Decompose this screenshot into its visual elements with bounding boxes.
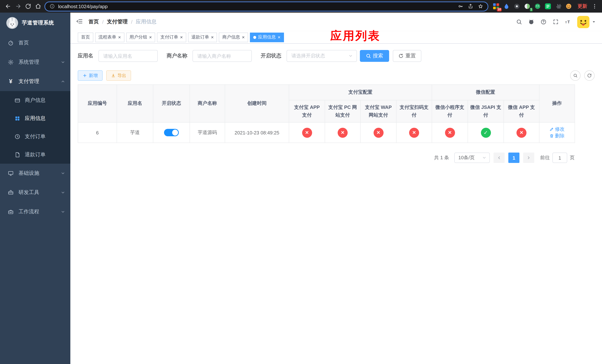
merchant-name-label: 商户名称 — [167, 53, 187, 59]
close-icon[interactable]: × — [180, 35, 183, 40]
refresh-table-button[interactable] — [584, 70, 595, 81]
site-info-icon[interactable] — [50, 4, 55, 9]
sidebar-item-label: 首页 — [19, 40, 29, 46]
sidebar-item-infra[interactable]: 基础设施 — [0, 164, 70, 183]
app-name-input[interactable] — [98, 50, 158, 62]
chevron-down-icon — [61, 60, 65, 64]
sidebar-item-devtools[interactable]: 研发工具 — [0, 183, 70, 202]
extension-avatar-icon[interactable]: 1 — [523, 2, 531, 10]
password-key-icon[interactable] — [458, 4, 463, 9]
share-icon[interactable] — [468, 4, 473, 9]
page-size-select[interactable]: 10条/页 — [454, 153, 490, 163]
sidebar-item-workflow[interactable]: 工作流程 — [0, 202, 70, 221]
forward-icon[interactable] — [13, 1, 23, 11]
reload-icon[interactable] — [23, 1, 33, 11]
sidebar-item-system[interactable]: 系统管理 — [0, 53, 70, 72]
browser-menu-icon[interactable] — [590, 3, 599, 9]
app-title: 芋道管理系统 — [22, 20, 54, 26]
toolbox-icon — [7, 190, 14, 195]
toggle-search-button[interactable] — [570, 70, 580, 81]
breadcrumb-separator: / — [102, 19, 104, 25]
status-toggle[interactable] — [164, 129, 179, 137]
col-header-wx-jsapi: 微信 JSAPI 支付 — [468, 100, 504, 123]
address-bar[interactable]: localhost:1024/pay/app — [44, 1, 488, 11]
prev-page-button[interactable] — [494, 153, 505, 163]
help-icon[interactable] — [540, 19, 547, 25]
url-text[interactable]: localhost:1024/pay/app — [58, 3, 458, 9]
bookmark-star-icon[interactable] — [478, 4, 483, 9]
delete-button[interactable]: 删除 — [549, 133, 565, 139]
browser-update-button[interactable]: 更新 — [575, 3, 590, 10]
github-icon[interactable] — [528, 19, 534, 25]
close-icon[interactable]: × — [242, 35, 245, 40]
status-select[interactable]: 请选择开启状态 — [287, 50, 357, 62]
merchant-name-input[interactable] — [193, 50, 252, 62]
tag-home[interactable]: 首页 — [78, 32, 93, 42]
user-menu[interactable] — [577, 16, 596, 28]
cell-merchant: 芋道源码 — [190, 123, 225, 143]
breadcrumb-section[interactable]: 支付管理 — [107, 19, 128, 25]
sidebar-item-pay-order[interactable]: 支付订单 — [0, 127, 70, 146]
overlay-annotation-title: 应用列表 — [330, 28, 381, 44]
sidebar-item-label: 研发工具 — [19, 189, 39, 196]
svg-text:T: T — [567, 20, 570, 24]
close-icon[interactable]: × — [211, 35, 214, 40]
next-page-button[interactable] — [523, 153, 534, 163]
tag-process-form[interactable]: 流程表单× — [95, 32, 124, 42]
export-button[interactable]: 导出 — [106, 70, 131, 81]
sidebar-item-payment[interactable]: ¥ 支付管理 — [0, 72, 70, 91]
tag-app-info[interactable]: 应用信息× — [250, 32, 284, 42]
sidebar-item-merchant-info[interactable]: 商户信息 — [0, 91, 70, 109]
close-icon[interactable]: × — [149, 35, 152, 40]
sidebar-item-label: 工作流程 — [19, 208, 39, 215]
extension-puzzle-icon[interactable] — [554, 2, 562, 10]
extension-emoji-icon[interactable] — [565, 2, 572, 10]
tag-refund-order[interactable]: 退款订单× — [188, 32, 217, 42]
breadcrumb-home[interactable]: 首页 — [88, 19, 99, 25]
sidebar-collapse-icon[interactable] — [76, 18, 83, 26]
page-number-button[interactable]: 1 — [508, 153, 519, 163]
close-icon[interactable]: × — [278, 35, 280, 40]
close-icon[interactable]: × — [118, 35, 121, 40]
extension-wechat-icon[interactable] — [534, 2, 541, 10]
search-icon[interactable] — [516, 19, 522, 25]
col-header-alipay-wap: 支付宝 WAP 网站支付 — [360, 100, 396, 123]
col-header-name: 应用名 — [117, 85, 153, 123]
card-icon — [14, 97, 21, 103]
extension-dark-circle-icon[interactable] — [513, 2, 521, 10]
col-header-alipay-qr: 支付宝扫码支付 — [396, 100, 432, 123]
extension-avatar-badge: 1 — [530, 8, 533, 11]
group-header-wechat: 微信配置 — [432, 85, 539, 100]
col-header-status: 开启状态 — [153, 85, 190, 123]
avatar[interactable] — [577, 16, 589, 28]
home-icon[interactable] — [33, 1, 43, 11]
add-button[interactable]: 新增 — [78, 70, 103, 81]
pagination: 共 1 条 10条/页 1 前往 页 — [78, 153, 575, 163]
sidebar-item-app-info[interactable]: 应用信息 — [0, 109, 70, 127]
yen-icon: ¥ — [7, 78, 14, 85]
edit-button[interactable]: 修改 — [549, 126, 565, 133]
sidebar-item-label: 支付订单 — [25, 133, 45, 140]
tag-merchant-info[interactable]: 商户信息× — [219, 32, 248, 42]
filter-form: 应用名 商户名称 开启状态 请选择开启状态 — [78, 50, 595, 62]
back-icon[interactable] — [3, 1, 13, 11]
col-header-alipay-app: 支付宝 APP 支付 — [289, 100, 325, 123]
app-logo[interactable]: 芋道管理系统 — [0, 13, 70, 33]
sidebar-item-home[interactable]: 首页 — [0, 33, 70, 53]
chevron-down-icon — [482, 156, 486, 160]
tag-pay-order[interactable]: 支付订单× — [157, 32, 186, 42]
col-header-created: 创建时间 — [225, 85, 289, 123]
sidebar-item-refund-order[interactable]: 退款订单 — [0, 146, 70, 164]
search-button[interactable]: 搜索 — [360, 50, 389, 62]
extension-grid-icon[interactable]: 10 — [492, 2, 500, 10]
font-size-icon[interactable]: TT — [565, 19, 571, 25]
browser-toolbar: localhost:1024/pay/app 10 1 — [0, 0, 602, 13]
cell-ops: 修改 删除 — [539, 123, 575, 143]
extension-drop-icon[interactable] — [502, 2, 510, 10]
fullscreen-icon[interactable] — [553, 19, 559, 25]
extension-green-square-icon[interactable] — [544, 2, 552, 10]
alipay-wap-status-badge — [373, 128, 383, 138]
goto-page-input[interactable] — [552, 153, 567, 163]
tag-user-group[interactable]: 用户分组× — [126, 32, 155, 42]
reset-button[interactable]: 重置 — [393, 50, 421, 62]
